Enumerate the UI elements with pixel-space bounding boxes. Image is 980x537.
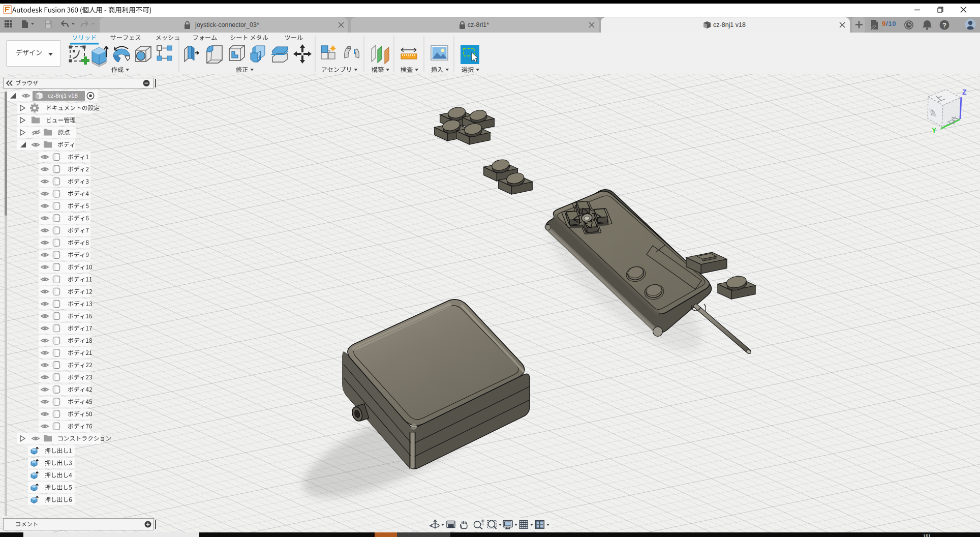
svg-text:?: ? — [942, 21, 946, 29]
